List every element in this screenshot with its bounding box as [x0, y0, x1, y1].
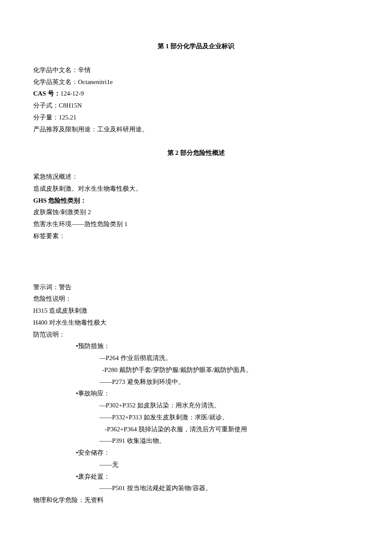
formula-row: 分子式：C8H15N	[33, 100, 359, 112]
p332: ——P332+P313 如发生皮肤刺激：求医/就诊。	[33, 412, 359, 424]
signal-label: 警示词：	[33, 284, 59, 291]
ghs-line1: 皮肤腐蚀/刺激类别 2	[33, 206, 359, 218]
name-cn-value: 辛情	[78, 67, 91, 73]
name-cn-row: 化学品中文名：辛情	[33, 64, 359, 76]
formula-value: C8H15N	[59, 102, 82, 109]
name-en-label: 化学品英文名：	[33, 78, 78, 85]
cas-row: CAS 号：124-12-9	[33, 88, 359, 100]
mw-row: 分子量：125.21	[33, 112, 359, 124]
signal-value: 警告	[59, 284, 72, 291]
p264: —P264 作业后彻底清洗。	[33, 352, 359, 364]
prevention-header: •预防措施：	[33, 340, 359, 352]
title-post: 部分化学品及企业标识	[170, 43, 234, 49]
hazard-label: 危险性说明：	[33, 293, 359, 305]
use-value: 工业及科研用途。	[97, 126, 148, 133]
title-pre-2: 第	[167, 149, 174, 156]
storage-none: ——无	[33, 459, 359, 471]
precaution-label: 防范说明：	[33, 329, 359, 341]
section-2-title: 第 2 部分危险性概述	[33, 147, 359, 159]
name-en-value: Octanenitri1e	[78, 78, 113, 85]
mw-value: 125.21	[59, 114, 76, 121]
title-pre: 第	[158, 43, 164, 49]
p501: ——P501 按当地法规处置内装物/容器。	[33, 482, 359, 494]
physchem-label: 物理和化学危险：	[33, 497, 84, 503]
response-header: •事故响应：	[33, 388, 359, 400]
p391: ——P391 收集溢出物。	[33, 435, 359, 447]
ghs-line2: 危害水生环境——急性危险类别 1	[33, 218, 359, 230]
section-1-title: 第 1 部分化学品及企业标识	[33, 41, 359, 52]
cas-value: 124-12-9	[61, 90, 84, 97]
title-num: 1	[166, 43, 169, 49]
mw-label: 分子量：	[33, 114, 59, 121]
disposal-header: •废弃处置：	[33, 471, 359, 483]
section-1-body: 化学品中文名：辛情 化学品英文名：Octanenitri1e CAS 号：124…	[33, 64, 359, 136]
ghs-label: GHS 危险性类别：	[33, 195, 359, 207]
use-label: 产品推荐及限制用途：	[33, 126, 97, 133]
physchem-value: 无资料	[84, 497, 104, 503]
name-cn-label: 化学品中文名：	[33, 67, 78, 73]
formula-label: 分子式：	[33, 102, 59, 109]
h315: H315 造成皮肤刺激	[33, 305, 359, 317]
signal-row: 警示词：警告	[33, 282, 359, 293]
p362: -P362+P364 脱掉沾染的衣服，清洗后方可重新使用	[33, 424, 359, 436]
pictogram-placeholder	[33, 242, 359, 282]
cas-label: CAS 号：	[33, 90, 61, 97]
emergency-text: 造成皮肤刺激。对水生生物毒性极大。	[33, 183, 359, 195]
p280: -P280 戴防护手套/穿防护服/戴防护眼革/戴防护面具。	[33, 364, 359, 376]
physchem-row: 物理和化学危险：无资料	[33, 494, 359, 506]
title-post-2: 部分危险性概述	[180, 149, 225, 156]
use-row: 产品推荐及限制用途：工业及科研用途。	[33, 124, 359, 136]
storage-header: •安全储存：	[33, 447, 359, 459]
h400: H400 对水生生物毒性极大	[33, 317, 359, 329]
label-elements: 标签要素：	[33, 230, 359, 242]
title-num-2: 2	[175, 149, 179, 156]
p302: —P302+P352 如皮肤沾染：用水充分清洗。	[33, 400, 359, 412]
p273: ——P273 避免释放到环境中。	[33, 376, 359, 388]
emergency-label: 紧急情况概述：	[33, 171, 359, 183]
name-en-row: 化学品英文名：Octanenitri1e	[33, 76, 359, 88]
section-2-body: 紧急情况概述： 造成皮肤刺激。对水生生物毒性极大。 GHS 危险性类别： 皮肤腐…	[33, 171, 359, 506]
